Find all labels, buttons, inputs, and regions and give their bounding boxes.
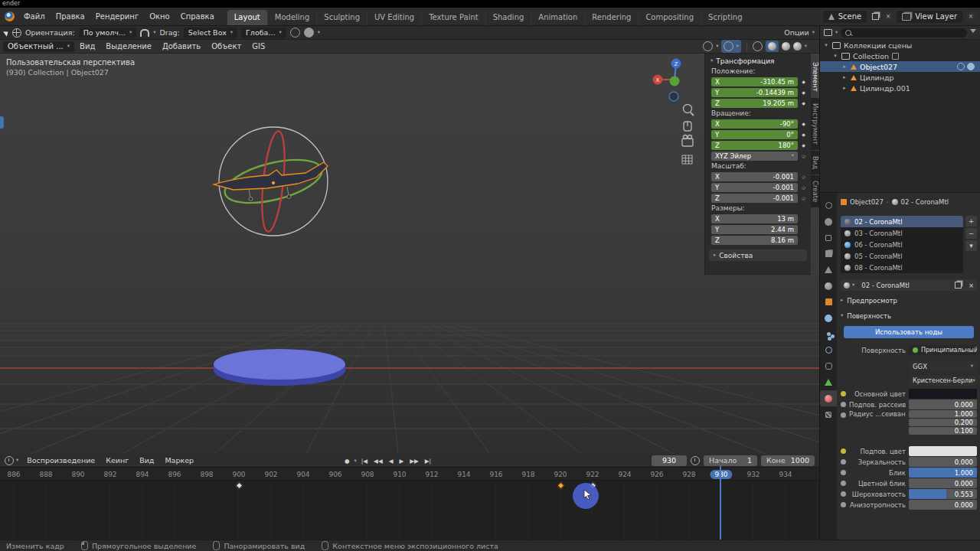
end-frame-field[interactable]: Коне1000	[761, 455, 815, 466]
material-name-field[interactable]: 02 - CoronaMtl	[858, 279, 951, 291]
collection-checkbox[interactable]	[892, 53, 899, 60]
tab-render[interactable]	[820, 214, 837, 230]
jump-to-end-button[interactable]: ▶|	[423, 457, 433, 465]
metallic-field[interactable]: 0.000	[909, 457, 977, 467]
menu-gis[interactable]: GIS	[247, 41, 270, 52]
tab-texture-paint[interactable]: Texture Paint	[421, 10, 485, 25]
outliner-row-object027[interactable]: ▸ Object027	[820, 61, 980, 72]
render-visibility-icon[interactable]	[967, 63, 975, 70]
tab-output[interactable]	[820, 230, 837, 246]
tab-item[interactable]: Элемент	[811, 57, 819, 97]
subsurface-color-swatch[interactable]	[909, 446, 977, 456]
chevron-down-icon[interactable]: ▾	[805, 44, 807, 49]
rotation-x-field[interactable]: X-90°	[711, 119, 798, 129]
timeline-editor-icon[interactable]	[5, 456, 14, 465]
material-slot[interactable]: 03 - CoronaMtl	[841, 227, 963, 239]
rotation-y-field[interactable]: Y0°	[711, 130, 798, 139]
tab-view[interactable]: Вид	[811, 151, 819, 174]
timeline-ruler[interactable]: 886 888 890 892 894 896 898 900 902 904 …	[0, 468, 819, 481]
3d-viewport[interactable]: Z X Пользовательская перспектива (930) C…	[0, 54, 819, 454]
dimensions-z-field[interactable]: Z8.16 m	[711, 236, 798, 245]
copy-material-button[interactable]	[952, 279, 965, 291]
blender-logo-icon[interactable]	[5, 11, 15, 21]
play-button[interactable]: ▶	[397, 457, 405, 465]
outliner-row-collection[interactable]: ▾ Collection	[820, 51, 980, 61]
chevron-down-icon[interactable]: ▾	[318, 30, 320, 35]
tab-modifiers[interactable]	[820, 310, 837, 326]
chevron-down-icon[interactable]: ▾	[835, 30, 838, 35]
material-slot[interactable]: 02 - CoronaMtl	[841, 216, 963, 227]
expand-icon[interactable]: ▾	[823, 42, 829, 48]
start-frame-field[interactable]: Начало1	[704, 455, 757, 466]
slot-specials-button[interactable]: ▾	[965, 240, 977, 251]
menu-select[interactable]: Выделение	[100, 41, 157, 52]
drag-mode-dropdown[interactable]: Select Box ▾	[184, 28, 237, 38]
snap-toggle[interactable]	[304, 28, 314, 37]
scale-x-field[interactable]: X-0.001	[711, 172, 798, 181]
subsurface-field[interactable]: 0.000	[909, 399, 977, 409]
toolbar-expand-tab[interactable]	[0, 116, 4, 129]
tab-tool[interactable]	[820, 197, 837, 214]
expand-icon[interactable]: ▾	[832, 53, 838, 59]
pivot-dropdown[interactable]: Глоба... ▾	[241, 28, 286, 38]
decorator-keyframe-icon[interactable]: ◆	[799, 142, 808, 148]
shading-wireframe-icon[interactable]	[753, 41, 763, 51]
breadcrumb-material[interactable]: 02 - CoronaMtl	[901, 198, 949, 206]
outliner-row-cylinder001[interactable]: ▸ Цилиндр.001	[820, 83, 980, 93]
decorator-icon[interactable]: ◇	[799, 184, 808, 190]
filter-icon[interactable]	[970, 29, 976, 36]
proportional-edit-toggle[interactable]	[290, 28, 300, 37]
menu-marker[interactable]: Маркер	[159, 455, 199, 466]
tab-scripting[interactable]: Scripting	[701, 10, 749, 25]
material-slot[interactable]: 06 - CoronaMtl	[841, 239, 963, 250]
delete-scene-button[interactable]: ×	[884, 12, 893, 21]
chevron-down-icon[interactable]: ▾	[716, 44, 718, 49]
display-mode-icon[interactable]	[824, 29, 832, 36]
tab-world[interactable]	[820, 278, 837, 294]
unlink-material-button[interactable]: ×	[965, 279, 977, 291]
remove-slot-button[interactable]: −	[965, 228, 977, 239]
subsurface-method-dropdown[interactable]: Кристенсен-Берли▾	[909, 376, 977, 386]
tab-animation[interactable]: Animation	[531, 10, 584, 25]
scale-z-field[interactable]: Z-0.001	[711, 194, 798, 203]
properties-subpanel-header[interactable]: ▸ Свойства	[709, 249, 807, 261]
tab-object[interactable]	[820, 294, 837, 310]
decorator-icon[interactable]: ◇	[799, 153, 808, 158]
radius-y-field[interactable]: 0.200	[909, 419, 977, 426]
decorator-keyframe-icon[interactable]: ◆	[799, 121, 808, 126]
expand-icon[interactable]: ▸	[841, 64, 848, 70]
location-x-field[interactable]: X-310.45 m	[711, 77, 798, 86]
shading-material-icon[interactable]	[782, 42, 790, 51]
decorator-icon[interactable]: ◇	[799, 174, 808, 179]
tab-layout[interactable]: Layout	[227, 10, 267, 25]
shading-solid-active[interactable]	[766, 41, 779, 52]
chevron-down-icon[interactable]: ▾	[153, 30, 155, 35]
orientation-dropdown[interactable]: По умолч... ▾	[79, 28, 137, 38]
surface-panel-header[interactable]: ▾ Поверхность	[841, 310, 977, 321]
outliner-row-cylinder[interactable]: ▸ Цилиндр	[820, 72, 980, 83]
view-layer-selector[interactable]: View Layer	[897, 11, 962, 23]
tab-object-data[interactable]	[820, 374, 837, 390]
menu-playback[interactable]: Воспроизведение	[21, 455, 100, 466]
radius-x-field[interactable]: 1.000	[909, 410, 977, 418]
specular-tint-field[interactable]: 0.000	[909, 478, 977, 488]
snap-magnet-icon[interactable]	[140, 29, 149, 37]
decorator-keyframe-icon[interactable]: ◆	[799, 79, 808, 84]
tab-tool[interactable]: Инструмент	[811, 98, 819, 150]
base-color-swatch[interactable]	[909, 389, 977, 399]
keyframe-diamond-selected[interactable]	[557, 482, 565, 490]
tab-compositing[interactable]: Compositing	[638, 10, 701, 25]
menu-file[interactable]: Файл	[18, 11, 51, 22]
rotation-z-field[interactable]: Z180°	[711, 141, 798, 150]
overlays-toggle[interactable]: ▾	[721, 40, 740, 53]
outliner-search-input[interactable]	[841, 28, 967, 37]
rotation-mode-dropdown[interactable]: XYZ Эйлер▾	[711, 152, 798, 161]
use-nodes-button[interactable]: Использовать ноды	[844, 326, 974, 338]
mode-dropdown[interactable]: Объектный ... ▾	[3, 41, 74, 52]
radius-z-field[interactable]: 0.100	[909, 427, 977, 435]
play-reverse-button[interactable]: ◀	[387, 457, 395, 465]
tab-physics[interactable]	[820, 342, 837, 358]
options-button[interactable]: Опции	[784, 28, 809, 37]
tab-view-layer[interactable]	[820, 246, 837, 262]
new-scene-button[interactable]	[871, 12, 880, 21]
